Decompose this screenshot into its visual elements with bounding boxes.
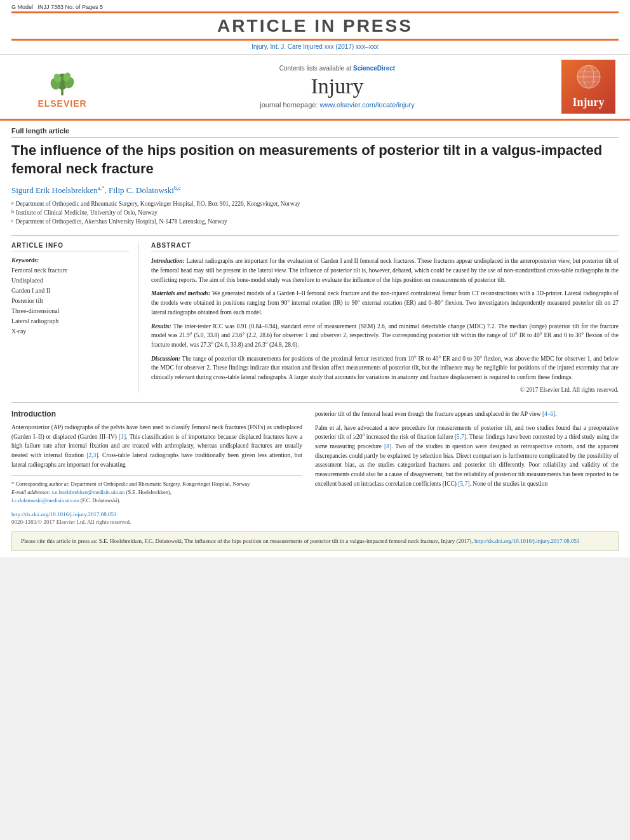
abstract-methods: Materials and methods: We generated mode… — [151, 289, 619, 317]
introduction-section: Introduction Anteroposterior (AP) radiog… — [11, 410, 619, 525]
g-model-line: G Model INJJ 7383 No. of Pages 5 — [0, 4, 630, 10]
article-info-abstract: ARTICLE INFO Keywords: Femoral neck frac… — [11, 235, 619, 393]
affiliation-a: a Department of Orthopedic and Rheumatic… — [11, 199, 619, 208]
abstract-discussion: Discussion: The range of posterior tilt … — [151, 354, 619, 382]
article-info-column: ARTICLE INFO Keywords: Femoral neck frac… — [11, 242, 138, 393]
copyright-line: © 2017 Elsevier Ltd. All rights reserved… — [151, 387, 619, 393]
ref-4-6[interactable]: [4–6] — [542, 411, 556, 417]
footnote-divider — [11, 476, 302, 476]
intro-right: posterior tilt of the femoral head even … — [315, 410, 619, 525]
keyword-3: Garden I and II — [11, 286, 129, 296]
keyword-1: Femoral neck fracture — [11, 265, 129, 276]
keyword-4: Posterior tilt — [11, 296, 129, 306]
intro-left: Introduction Anteroposterior (AP) radiog… — [11, 410, 302, 525]
abstract-intro: Introduction: Lateral radiographs are im… — [151, 257, 619, 284]
authors-line: Sigurd Erik Hoelsbrekkena,*, Filip C. Do… — [11, 184, 619, 195]
injury-logo-box: Injury — [561, 60, 615, 114]
citation-box-link[interactable]: http://dx.doi.org/10.1016/j.injury.2017.… — [474, 538, 580, 544]
citation-text: Please cite this article in press as: S.… — [21, 538, 473, 544]
affiliation-b: b Institute of Clinical Medicine, Univer… — [11, 208, 619, 217]
intro-paragraph-2: posterior tilt of the femoral head even … — [315, 410, 619, 419]
injury-citation: Injury, Int. J. Care Injured xxx (2017) … — [0, 41, 630, 53]
journal-title: Injury — [119, 74, 555, 98]
main-content: Full length article The influence of the… — [0, 121, 630, 557]
keyword-2: Undisplaced — [11, 276, 129, 286]
intro-paragraph-3: Palm et al. have advocated a new procedu… — [315, 423, 619, 489]
ref-8[interactable]: [8] — [384, 443, 391, 450]
journal-header-right: Injury — [561, 60, 619, 114]
journal-header-left: ELSEVIER — [11, 65, 113, 109]
email-1-link[interactable]: s.e.hoelsbrekken@medisin.uio.no — [51, 489, 124, 495]
journal-header: ELSEVIER Contents lists available at Sci… — [0, 55, 630, 121]
introduction-heading: Introduction — [11, 410, 302, 418]
ref-5-7b[interactable]: [5,7] — [458, 481, 469, 487]
article-in-press-title: ARTICLE IN PRESS — [11, 11, 619, 41]
g-model-text: G Model — [11, 4, 33, 10]
sciencedirect-link[interactable]: ScienceDirect — [353, 65, 395, 72]
footnote-corresponding: * Corresponding author at: Department of… — [11, 480, 302, 504]
contents-available: Contents lists available at ScienceDirec… — [119, 65, 555, 72]
abstract-results: Results: The inter-tester ICC was 0.91 (… — [151, 322, 619, 350]
article-type: Full length article — [11, 127, 619, 138]
doi-section: http://dx.doi.org/10.1016/j.injury.2017.… — [11, 511, 302, 517]
keyword-5: Three-dimensional — [11, 306, 129, 316]
journal-header-center: Contents lists available at ScienceDirec… — [119, 65, 555, 109]
elsevier-tree-icon — [43, 65, 81, 97]
citation-box: Please cite this article in press as: S.… — [11, 531, 619, 552]
keywords-list: Femoral neck fracture Undisplaced Garden… — [11, 265, 129, 337]
doi-link[interactable]: http://dx.doi.org/10.1016/j.injury.2017.… — [11, 511, 117, 517]
intro-paragraph-1: Anteroposterior (AP) radiographs of the … — [11, 423, 302, 470]
affiliations: a Department of Orthopedic and Rheumatic… — [11, 199, 619, 227]
injury-logo-icon — [570, 64, 608, 96]
ref-5-7[interactable]: [5,7] — [455, 434, 466, 440]
ref-2-3[interactable]: [2,3] — [86, 452, 98, 458]
page: G Model INJJ 7383 No. of Pages 5 ARTICLE… — [0, 0, 630, 557]
email-2-link[interactable]: f.c.dolatowski@medisin.uio.no — [11, 497, 79, 503]
article-main-title: The influence of the hips position on me… — [11, 142, 619, 178]
doi-copyright: 0020-1383/© 2017 Elsevier Ltd. All right… — [11, 519, 302, 525]
article-in-press-banner: G Model INJJ 7383 No. of Pages 5 ARTICLE… — [0, 0, 630, 55]
keyword-7: X-ray — [11, 326, 129, 337]
journal-code-text: INJJ 7383 No. of Pages 5 — [38, 4, 104, 10]
article-info-title: ARTICLE INFO — [11, 242, 129, 251]
author2: Filip C. Dolatowskib,c — [109, 185, 181, 195]
elsevier-logo: ELSEVIER — [11, 65, 113, 109]
injury-logo-text: Injury — [572, 96, 604, 109]
author1: Sigurd Erik Hoelsbrekkena,* — [11, 185, 105, 195]
elsevier-text: ELSEVIER — [37, 98, 86, 109]
abstract-title: ABSTRACT — [151, 242, 619, 251]
ref-1[interactable]: [1] — [119, 434, 126, 440]
keywords-label: Keywords: — [11, 257, 129, 263]
keyword-6: Lateral radiograph — [11, 316, 129, 326]
affiliation-c: c Department of Orthopedics, Akershus Un… — [11, 217, 619, 226]
journal-homepage-link[interactable]: www.elsevier.com/locate/injury — [320, 101, 415, 109]
abstract-section: ABSTRACT Introduction: Lateral radiograp… — [151, 242, 619, 393]
journal-homepage: journal homepage: www.elsevier.com/locat… — [119, 101, 555, 109]
section-divider — [11, 402, 619, 403]
